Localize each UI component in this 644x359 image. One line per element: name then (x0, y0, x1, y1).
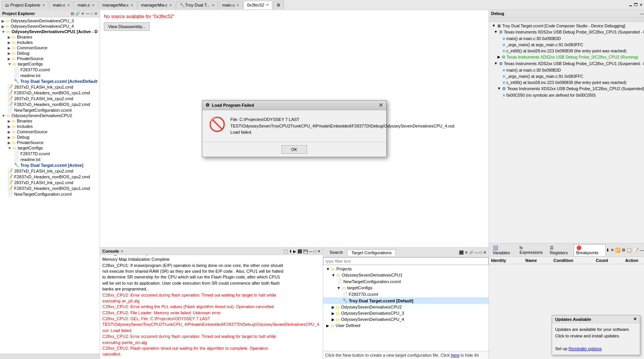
tab-0x3fec52[interactable]: 0x3fec52 ✕ (244, 1, 272, 9)
tab-troy-dual[interactable]: 🔧 Troy Dual T... ✕ (176, 1, 218, 9)
list-item[interactable]: 📄 F28377D.ccxml (323, 291, 489, 297)
tab-registers[interactable]: ☰ Registers (547, 245, 574, 256)
console-toolbar-icon-2[interactable]: ⬇ (289, 249, 292, 253)
list-item[interactable]: ▶ 🗁 OdysseySevenDerivativesCPU_3 (0, 18, 100, 23)
close-icon[interactable]: ✕ (92, 3, 95, 7)
list-item[interactable]: ▶ 🗁 PrivateSource (0, 56, 100, 61)
list-item[interactable]: ≡ c_int00() at boot28.inc:223 0x090839 (… (489, 79, 644, 86)
modal-ok-button[interactable]: OK (282, 145, 307, 154)
bp-minimize-icon[interactable]: — (640, 248, 644, 253)
tab-breakpoints[interactable]: 🔴 Breakpoints (574, 244, 606, 256)
list-item[interactable]: 📝 2837xD_FLASH_lnk_cpu2.cmd (0, 96, 100, 101)
close-icon[interactable]: ✕ (42, 3, 45, 7)
close-icon[interactable]: ✕ (169, 3, 172, 7)
list-item[interactable]: 🔧 Troy Dual Target.ccxml [Active] (0, 162, 100, 168)
tab-main-1[interactable]: main.c ✕ (49, 1, 73, 9)
close-icon[interactable]: ✕ (266, 3, 269, 7)
list-item[interactable]: 📝 F2837xD_Headers_nonBIOS_cpu1.cmd (0, 185, 100, 191)
list-item[interactable]: 📄 F28377D.ccxml (0, 151, 100, 156)
list-item[interactable]: ▶ 🗁 CommonSource (0, 45, 100, 50)
tab-settings[interactable]: ⚙ (273, 1, 284, 9)
list-item[interactable]: ▼ 🗁 targetConfigs (0, 145, 100, 151)
list-item[interactable]: ≡ main() at main.c:30 0x090B3D (489, 67, 644, 73)
tab-search[interactable]: Search (325, 249, 347, 256)
list-item[interactable]: ▶ 🗁 OdysseySevenDerivativesCPU2 (323, 304, 489, 310)
list-item[interactable]: ▼ 🗁 OdysseySevenDerivativesCPU2 (0, 113, 100, 118)
console-toolbar-icon-3[interactable]: ▶ (293, 249, 296, 253)
list-item[interactable]: ▶ 🗁 OdysseySevenDerivativesCPU_4 (0, 23, 100, 29)
list-item[interactable]: ≡ 0x00C050 (no symbols are defined for 0… (489, 92, 644, 98)
console-toolbar-icon-4[interactable]: ⬛ (297, 249, 302, 253)
close-icon[interactable]: ✕ (639, 3, 642, 7)
bp-toolbar-6[interactable]: 📝 (633, 248, 639, 253)
console-close-panel-icon[interactable]: ✕ (317, 249, 320, 253)
tab-expressions[interactable]: fx Expressions (517, 245, 547, 255)
list-item[interactable]: 📄 readme.txt (0, 72, 100, 78)
collapse-icon[interactable]: ⊟ (71, 12, 74, 16)
close-icon[interactable]: ✕ (67, 3, 70, 7)
debug-scrollbar[interactable] (489, 17, 644, 22)
bp-toolbar-4[interactable]: ⚙ (622, 248, 626, 253)
list-item[interactable]: ≡ main() at main.c:30 0x090B3D (489, 35, 644, 42)
reminder-options-link[interactable]: Reminder options (569, 346, 602, 351)
console-minimize-icon[interactable]: — (309, 249, 313, 253)
close-panel-icon[interactable]: ✕ (94, 12, 97, 16)
menu-icon[interactable]: ▼ (81, 12, 85, 16)
here-link[interactable]: here (451, 353, 459, 357)
list-item[interactable]: ≡ _args_main() at args_main.c:91 0x083FF… (489, 73, 644, 79)
list-item[interactable]: 📝 F2837xD_Headers_nonBIOS_cpu1.cmd (0, 90, 100, 96)
list-item[interactable]: 📄 NewTargetConfiguration.ccxml (0, 191, 100, 197)
minimize-icon[interactable]: 🗕 (629, 3, 632, 7)
list-item[interactable]: ▶ ⚙ Texas Instruments XDS2xx USB Debug P… (489, 54, 644, 60)
target-config-icon-1[interactable]: ⬛ (459, 250, 464, 255)
tab-manager-1[interactable]: managerMw.c ✕ (99, 1, 137, 9)
console-toolbar-icon-1[interactable]: 📋 (283, 249, 288, 253)
list-item[interactable]: ≡ _args_main() at args_main.c:91 0x083FF… (489, 42, 644, 48)
list-item[interactable]: 📄 NewTargetConfiguration.ccxml (323, 278, 489, 285)
list-item[interactable]: ▶ 🗁 OdysseySevenDerivativesCPU_4 (323, 316, 489, 322)
list-item[interactable]: ▶ 🗁 OdysseySevenDerivativesCPU_3 (323, 310, 489, 316)
list-item[interactable]: 🔧 Troy Dual Target.ccxml [Default] (323, 297, 489, 304)
filter-input[interactable] (323, 257, 489, 265)
close-icon[interactable]: ✕ (212, 3, 215, 7)
list-item[interactable]: 📄 F28377D.ccxml (0, 67, 100, 72)
list-item[interactable]: 📝 F2837xD_Headers_nonBIOS_cpu2.cmd (0, 174, 100, 180)
minimize-panel-icon[interactable]: — (86, 12, 90, 16)
list-item[interactable]: ▼ ⚙ Texas Instruments XDS2xx USB Debug P… (489, 29, 644, 35)
console-toolbar-icon-5[interactable]: 💾 (303, 249, 308, 253)
link-icon[interactable]: 🔗 (75, 12, 80, 16)
horizontal-scrollbar[interactable] (0, 354, 100, 359)
list-item[interactable]: ▼ 🗁 OdysseySevenDerivativesCPU1 [Active … (0, 29, 100, 34)
tab-target-configurations[interactable]: Target Configurations (347, 249, 396, 256)
list-item[interactable]: ▼ 🗁 Projects (323, 266, 489, 272)
list-item[interactable]: 📝 2837xD_FLASH_lnk_cpu2.cmd (0, 168, 100, 174)
list-item[interactable]: ▶ 🗁 Debug (0, 50, 100, 56)
bp-toolbar-2[interactable]: ✕ (611, 248, 614, 253)
list-item[interactable]: ▼ 🗁 targetConfigs (0, 61, 100, 67)
list-item[interactable]: ▶ 🗁 PrivateSource (0, 140, 100, 145)
list-item[interactable]: ▶ 🗁 Binaries (0, 34, 100, 40)
maximize-icon[interactable]: 🗖 (634, 3, 638, 7)
target-config-toolbar-2[interactable]: — (475, 250, 479, 255)
bp-toolbar-5[interactable]: 📋 (627, 248, 632, 253)
bp-toolbar-3[interactable]: 🔁 (615, 248, 621, 253)
tab-main-2[interactable]: main.c ✕ (74, 1, 98, 9)
list-item[interactable]: ▶ 🗁 User Defined (323, 322, 489, 329)
list-item[interactable]: ▶ 🗁 Includes (0, 40, 100, 45)
list-item[interactable]: 📝 2837xD_FLASH_lnk_cpu1.cmd (0, 180, 100, 185)
tab-manager-2[interactable]: managerMw.c ✕ (138, 1, 175, 9)
list-item[interactable]: ▶ 🗁 Includes (0, 124, 100, 129)
target-config-toolbar-3[interactable]: □ (480, 250, 482, 255)
list-item[interactable]: 🔧 Troy Dual Target.ccxml [Active/Default (0, 78, 100, 84)
list-item[interactable]: ▼ 🖥 Troy Dual Target.ccxml [Code Compose… (489, 23, 644, 29)
list-item[interactable]: ▶ 🗁 Binaries (0, 118, 100, 124)
list-item[interactable]: ▶ 🗁 Debug (0, 134, 100, 140)
target-config-toolbar-1[interactable]: 🔗 (469, 250, 474, 255)
list-item[interactable]: 📄 NewTargetConfiguration.ccxml (0, 107, 100, 113)
list-item[interactable]: 📝 2837xD_FLASH_lnk_cpu1.cmd (0, 84, 100, 90)
list-item[interactable]: ▼ ⚙ Texas Instruments XDS2xx USB Debug P… (489, 86, 644, 92)
tab-variables[interactable]: 🔢 Variables (491, 245, 517, 256)
target-config-icon-2[interactable]: ✕ (465, 250, 468, 255)
list-item[interactable]: 📝 F2837xD_Headers_nonBIOS_cpu2.cmd (0, 101, 100, 107)
console-maximize-icon[interactable]: □ (314, 249, 316, 253)
